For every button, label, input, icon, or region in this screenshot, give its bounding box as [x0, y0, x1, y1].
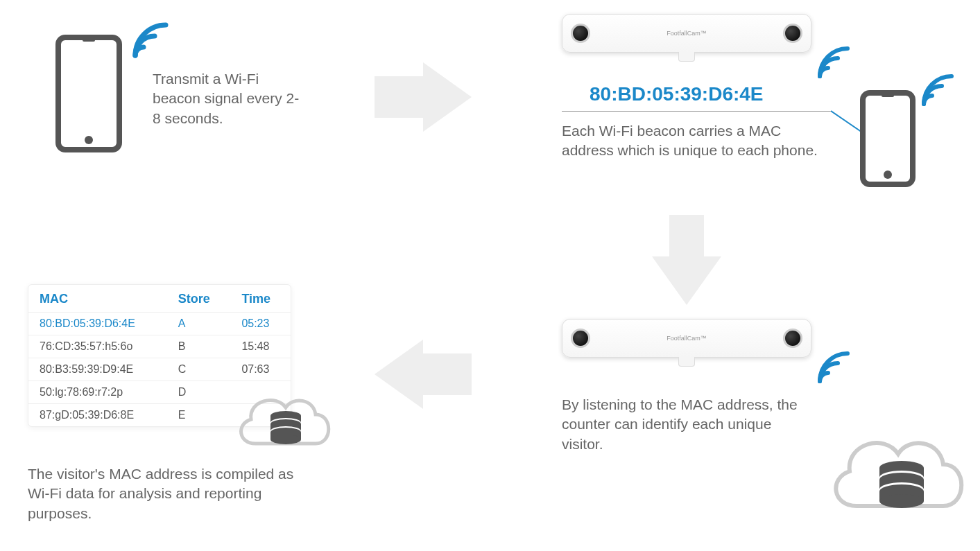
camera-brand: FootfallCam™	[667, 30, 707, 37]
arrow-down-icon	[645, 208, 728, 312]
cell-store: C	[167, 358, 231, 381]
step4-desc: The visitor's MAC address is compiled as…	[28, 464, 319, 523]
cloud-database-icon	[818, 402, 971, 536]
step1: Transmit a Wi-Fi beacon signal every 2-8…	[28, 21, 305, 173]
camera-brand: FootfallCam™	[667, 335, 707, 342]
svg-marker-0	[375, 62, 472, 132]
cell-store: E	[167, 404, 231, 427]
col-store: Store	[167, 285, 231, 313]
camera-device: FootfallCam™	[562, 319, 811, 358]
wifi-icon	[811, 350, 853, 392]
table-row: 80:BD:05:39:D6:4EA05:23	[28, 313, 291, 335]
cell-store: B	[167, 335, 231, 358]
arrow-left-icon	[368, 333, 479, 416]
divider	[562, 111, 832, 112]
step3-desc: By listening to the MAC address, the cou…	[562, 395, 811, 454]
camera-mount	[678, 52, 695, 62]
cell-time: 15:48	[230, 335, 291, 358]
cell-store: D	[167, 381, 231, 404]
wifi-icon	[125, 17, 175, 67]
svg-marker-3	[652, 215, 721, 305]
camera-lens-right	[783, 24, 802, 43]
step4: MAC Store Time 80:BD:05:39:D6:4EA05:2376…	[28, 284, 347, 534]
mac-address: 80:BD:05:39:D6:4E	[590, 83, 764, 105]
cloud-database-icon	[229, 374, 333, 467]
cell-mac: 80:B3:59:39:D9:4E	[28, 358, 167, 381]
camera-lens-right	[783, 329, 802, 348]
col-time: Time	[230, 285, 291, 313]
phone-icon	[55, 35, 122, 152]
camera-lens-left	[571, 329, 590, 348]
arrow-right-icon	[368, 55, 479, 139]
cell-mac: 76:CD:35:57:h5:6o	[28, 335, 167, 358]
camera-mount	[678, 357, 695, 367]
cell-mac: 87:gD:05:39:D6:8E	[28, 404, 167, 427]
step1-desc: Transmit a Wi-Fi beacon signal every 2-8…	[153, 69, 305, 128]
camera-lens-left	[571, 24, 590, 43]
svg-point-12	[879, 494, 924, 508]
step2: FootfallCam™ 80:BD:05:39:D6:4E Each Wi-F…	[555, 14, 957, 222]
cell-mac: 80:BD:05:39:D6:4E	[28, 313, 167, 335]
phone-icon	[860, 90, 915, 187]
col-mac: MAC	[28, 285, 167, 313]
cell-store: A	[167, 313, 231, 335]
wifi-icon	[915, 73, 957, 114]
step3: FootfallCam™ By listening to the MAC add…	[555, 319, 971, 527]
cell-time: 05:23	[230, 313, 291, 335]
svg-marker-13	[375, 340, 472, 409]
camera-device: FootfallCam™	[562, 14, 811, 53]
step2-desc: Each Wi-Fi beacon carries a MAC address …	[562, 121, 825, 161]
svg-point-22	[270, 435, 301, 444]
cell-mac: 50:lg:78:69:r7:2p	[28, 381, 167, 404]
wifi-icon	[811, 45, 853, 87]
table-row: 76:CD:35:57:h5:6oB15:48	[28, 335, 291, 358]
